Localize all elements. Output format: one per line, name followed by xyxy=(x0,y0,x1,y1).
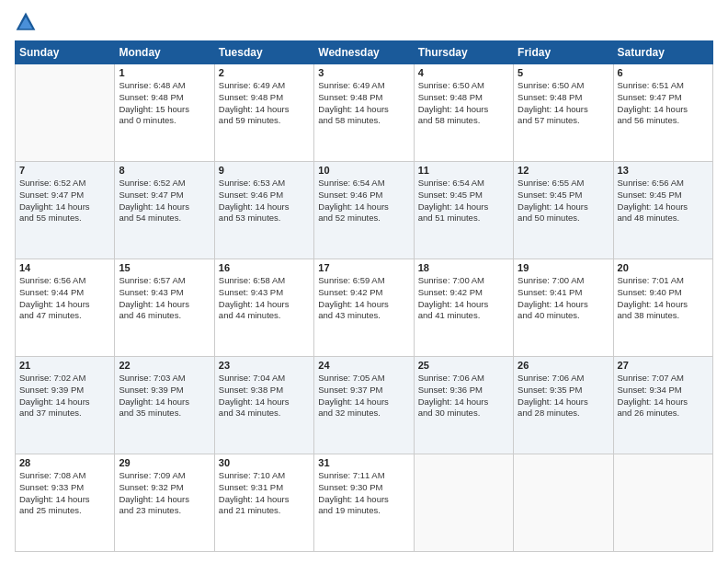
day-cell xyxy=(514,454,613,552)
sunrise-text: Sunrise: 7:03 AM xyxy=(119,373,210,385)
day-cell: 26 Sunrise: 7:06 AM Sunset: 9:35 PM Dayl… xyxy=(514,357,613,454)
day-cell: 23 Sunrise: 7:04 AM Sunset: 9:38 PM Dayl… xyxy=(214,357,313,454)
sunset-text: Sunset: 9:39 PM xyxy=(19,385,110,396)
daylight-text: Daylight: 14 hours xyxy=(219,201,310,213)
day-number: 18 xyxy=(418,262,509,273)
day-cell xyxy=(613,454,712,552)
daylight-minutes: and 23 minutes. xyxy=(119,505,210,517)
col-header-sunday: Sunday xyxy=(16,41,115,64)
sunset-text: Sunset: 9:44 PM xyxy=(19,287,110,299)
day-cell: 11 Sunrise: 6:54 AM Sunset: 9:45 PM Dayl… xyxy=(414,162,513,259)
daylight-text: Daylight: 14 hours xyxy=(19,396,110,408)
header-row: SundayMondayTuesdayWednesdayThursdayFrid… xyxy=(16,41,713,64)
sunset-text: Sunset: 9:32 PM xyxy=(119,482,210,494)
sunset-text: Sunset: 9:47 PM xyxy=(119,190,210,201)
sunset-text: Sunset: 9:33 PM xyxy=(19,482,110,494)
daylight-minutes: and 52 minutes. xyxy=(318,213,409,224)
day-cell: 30 Sunrise: 7:10 AM Sunset: 9:31 PM Dayl… xyxy=(214,454,313,552)
day-cell: 18 Sunrise: 7:00 AM Sunset: 9:42 PM Dayl… xyxy=(414,259,513,357)
daylight-minutes: and 46 minutes. xyxy=(119,310,210,322)
day-cell: 17 Sunrise: 6:59 AM Sunset: 9:42 PM Dayl… xyxy=(314,259,414,357)
daylight-minutes: and 32 minutes. xyxy=(318,408,409,419)
day-cell: 20 Sunrise: 7:01 AM Sunset: 9:40 PM Dayl… xyxy=(613,259,712,357)
day-number: 24 xyxy=(318,360,409,371)
calendar-table: SundayMondayTuesdayWednesdayThursdayFrid… xyxy=(15,40,713,552)
day-number: 2 xyxy=(219,67,310,78)
day-cell: 13 Sunrise: 6:56 AM Sunset: 9:45 PM Dayl… xyxy=(613,162,712,259)
sunrise-text: Sunrise: 6:53 AM xyxy=(219,178,310,190)
daylight-text: Daylight: 14 hours xyxy=(418,201,509,213)
sunrise-text: Sunrise: 7:06 AM xyxy=(518,373,609,385)
week-row-0: 1 Sunrise: 6:48 AM Sunset: 9:48 PM Dayli… xyxy=(16,64,713,162)
day-cell: 5 Sunrise: 6:50 AM Sunset: 9:48 PM Dayli… xyxy=(514,64,613,162)
daylight-minutes: and 25 minutes. xyxy=(19,505,110,517)
daylight-minutes: and 35 minutes. xyxy=(119,408,210,419)
daylight-text: Daylight: 14 hours xyxy=(518,201,609,213)
daylight-minutes: and 0 minutes. xyxy=(119,115,210,127)
day-number: 22 xyxy=(119,360,210,371)
day-cell: 21 Sunrise: 7:02 AM Sunset: 9:39 PM Dayl… xyxy=(16,357,115,454)
sunset-text: Sunset: 9:46 PM xyxy=(318,190,409,201)
sunset-text: Sunset: 9:34 PM xyxy=(618,385,709,396)
sunrise-text: Sunrise: 6:57 AM xyxy=(119,275,210,287)
daylight-text: Daylight: 14 hours xyxy=(618,104,709,116)
day-number: 3 xyxy=(318,67,409,78)
header xyxy=(15,11,713,33)
daylight-text: Daylight: 14 hours xyxy=(219,299,310,311)
sunset-text: Sunset: 9:39 PM xyxy=(119,385,210,396)
sunrise-text: Sunrise: 6:49 AM xyxy=(219,80,310,92)
col-header-friday: Friday xyxy=(514,41,613,64)
day-cell: 3 Sunrise: 6:49 AM Sunset: 9:48 PM Dayli… xyxy=(314,64,414,162)
sunrise-text: Sunrise: 7:02 AM xyxy=(19,373,110,385)
daylight-text: Daylight: 14 hours xyxy=(518,396,609,408)
daylight-text: Daylight: 14 hours xyxy=(418,104,509,116)
col-header-tuesday: Tuesday xyxy=(214,41,313,64)
sunrise-text: Sunrise: 6:59 AM xyxy=(318,275,409,287)
sunset-text: Sunset: 9:48 PM xyxy=(318,92,409,104)
day-number: 25 xyxy=(418,360,509,371)
week-row-4: 28 Sunrise: 7:08 AM Sunset: 9:33 PM Dayl… xyxy=(16,454,713,552)
sunset-text: Sunset: 9:45 PM xyxy=(618,190,709,201)
day-number: 7 xyxy=(19,165,110,176)
sunset-text: Sunset: 9:42 PM xyxy=(418,287,509,299)
daylight-text: Daylight: 14 hours xyxy=(19,201,110,213)
week-row-3: 21 Sunrise: 7:02 AM Sunset: 9:39 PM Dayl… xyxy=(16,357,713,454)
daylight-text: Daylight: 14 hours xyxy=(219,494,310,506)
day-number: 14 xyxy=(19,262,110,273)
logo xyxy=(15,11,40,33)
sunrise-text: Sunrise: 6:52 AM xyxy=(119,178,210,190)
sunset-text: Sunset: 9:30 PM xyxy=(318,482,409,494)
daylight-minutes: and 54 minutes. xyxy=(119,213,210,224)
sunrise-text: Sunrise: 6:50 AM xyxy=(518,80,609,92)
sunrise-text: Sunrise: 7:07 AM xyxy=(618,373,709,385)
day-cell: 14 Sunrise: 6:56 AM Sunset: 9:44 PM Dayl… xyxy=(16,259,115,357)
sunrise-text: Sunrise: 6:50 AM xyxy=(418,80,509,92)
day-number: 30 xyxy=(219,457,310,468)
day-number: 21 xyxy=(19,360,110,371)
day-number: 1 xyxy=(119,67,210,78)
daylight-minutes: and 58 minutes. xyxy=(418,115,509,127)
sunrise-text: Sunrise: 6:58 AM xyxy=(219,275,310,287)
day-number: 10 xyxy=(318,165,409,176)
daylight-text: Daylight: 14 hours xyxy=(618,299,709,311)
daylight-text: Daylight: 14 hours xyxy=(518,299,609,311)
sunrise-text: Sunrise: 6:56 AM xyxy=(618,178,709,190)
day-number: 12 xyxy=(518,165,609,176)
daylight-minutes: and 47 minutes. xyxy=(19,310,110,322)
daylight-minutes: and 28 minutes. xyxy=(518,408,609,419)
daylight-minutes: and 34 minutes. xyxy=(219,408,310,419)
sunset-text: Sunset: 9:46 PM xyxy=(219,190,310,201)
sunset-text: Sunset: 9:48 PM xyxy=(518,92,609,104)
sunrise-text: Sunrise: 6:49 AM xyxy=(318,80,409,92)
daylight-text: Daylight: 14 hours xyxy=(119,494,210,506)
daylight-minutes: and 19 minutes. xyxy=(318,505,409,517)
day-number: 20 xyxy=(618,262,709,273)
day-cell: 15 Sunrise: 6:57 AM Sunset: 9:43 PM Dayl… xyxy=(115,259,214,357)
sunrise-text: Sunrise: 7:04 AM xyxy=(219,373,310,385)
sunrise-text: Sunrise: 7:08 AM xyxy=(19,470,110,482)
sunset-text: Sunset: 9:48 PM xyxy=(119,92,210,104)
day-number: 8 xyxy=(119,165,210,176)
day-number: 26 xyxy=(518,360,609,371)
day-cell: 8 Sunrise: 6:52 AM Sunset: 9:47 PM Dayli… xyxy=(115,162,214,259)
day-number: 4 xyxy=(418,67,509,78)
